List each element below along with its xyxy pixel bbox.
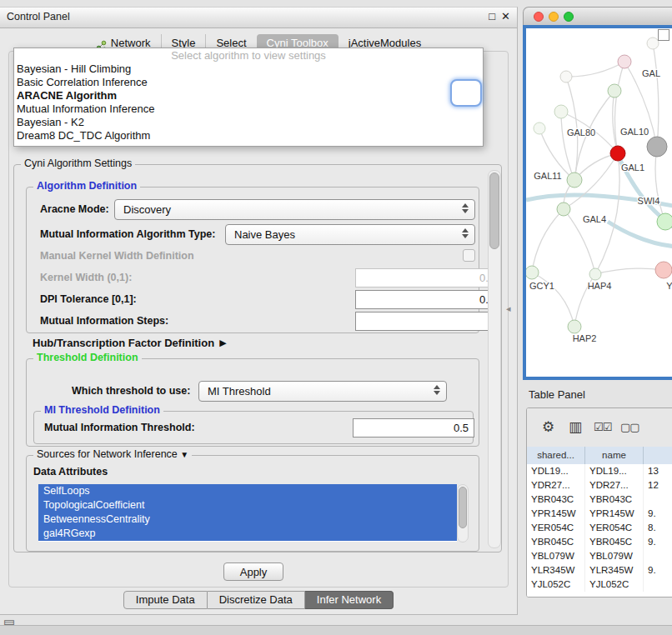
dropdown-item-basic-correlation-inference[interactable]: Basic Correlation Inference	[14, 76, 483, 89]
control-panel-titlebar[interactable]: Control Panel □ ✕	[0, 8, 517, 28]
dropdown-item-aracne-algorithm[interactable]: ARACNE Algorithm	[14, 89, 483, 102]
table-cell: YBR043C	[585, 492, 644, 507]
network-node[interactable]	[567, 172, 582, 188]
attributes-list-scrollbar[interactable]	[457, 484, 469, 542]
table-row[interactable]: YPR145WYPR145W9.	[527, 507, 672, 521]
dropdown-item-mutual-information-inference[interactable]: Mutual Information Inference	[14, 102, 483, 116]
scrollbar-thumb[interactable]	[459, 487, 467, 528]
table-header-row: shared...name	[527, 447, 672, 465]
table-row[interactable]: YLR345WYLR345W9.	[527, 563, 672, 578]
sources-title-text: Sources for Network Inference	[37, 448, 178, 460]
table-cell	[644, 549, 672, 563]
network-edge[interactable]	[566, 62, 624, 77]
expanded-arrow-icon[interactable]: ▼	[180, 450, 188, 459]
algorithm-combobox-button[interactable]	[450, 79, 482, 107]
table-row[interactable]: YER054CYER054C8.	[527, 521, 672, 535]
network-node[interactable]	[647, 137, 667, 157]
birdseye-toggle[interactable]	[658, 29, 669, 41]
which-threshold-select[interactable]: MI Threshold	[198, 381, 447, 402]
table-body[interactable]: YDL19...YDL19...13YDR27...YDR27...12YBR0…	[527, 464, 672, 597]
column-header-shared[interactable]: shared...	[527, 447, 585, 464]
network-edge[interactable]	[614, 62, 624, 153]
network-node[interactable]	[589, 268, 601, 280]
scrollbar-thumb[interactable]	[489, 172, 499, 249]
hub-definition-expander[interactable]: Hub/Transcription Factor Definition ▶	[33, 337, 227, 349]
attribute-item-topologicalcoefficient[interactable]: TopologicalCoefficient	[38, 498, 457, 512]
table-row[interactable]: YDR27...YDR27...12	[527, 478, 672, 492]
sources-group-title: Sources for Network Inference ▼	[33, 448, 192, 460]
which-threshold-value: MI Threshold	[208, 385, 271, 398]
dropdown-item-bayesian-k2[interactable]: Bayesian - K2	[14, 116, 483, 129]
node-label: SWI4	[638, 196, 660, 206]
network-node[interactable]	[568, 320, 581, 333]
network-node[interactable]	[557, 202, 570, 216]
dropdown-item-bayesian-hill-climbing[interactable]: Bayesian - Hill Climbing	[14, 62, 483, 76]
cyni-bottom-tabs: Impute DataDiscretize DataInfer Network	[0, 591, 517, 609]
float-panel-button[interactable]: □	[489, 10, 495, 22]
network-node[interactable]	[554, 105, 568, 118]
kernel-width-field[interactable]: 0.0	[355, 268, 500, 288]
minimize-traffic-light-icon[interactable]	[549, 12, 559, 22]
columns-icon[interactable]: ▥	[569, 418, 581, 436]
table-cell	[644, 578, 672, 592]
bottom-tab-impute-data[interactable]: Impute Data	[123, 591, 208, 609]
gear-icon[interactable]: ⚙	[542, 418, 554, 436]
network-window-titlebar[interactable]	[523, 7, 672, 25]
select-unchecked-icon[interactable]: ▢▢	[620, 421, 639, 433]
network-edge[interactable]	[532, 209, 564, 272]
dropdown-item-dream8-dc-tdc-algorithm[interactable]: Dream8 DC_TDC Algorithm	[14, 129, 483, 142]
network-node[interactable]	[610, 146, 625, 161]
close-traffic-light-icon[interactable]	[534, 12, 544, 22]
table-panel-title: Table Panel	[529, 388, 585, 401]
network-node[interactable]	[657, 213, 672, 230]
bottom-tab-discretize-data[interactable]: Discretize Data	[208, 591, 305, 609]
attribute-item-betweennesscentrality[interactable]: BetweennessCentrality	[38, 512, 457, 527]
network-node[interactable]	[618, 55, 631, 68]
mi-steps-field[interactable]: 6	[355, 312, 500, 331]
network-canvas[interactable]: GALGAL80GAL10GAL1GAL11SWI4GAL4GCY1HAP4YH…	[523, 25, 672, 380]
settings-scrollbar[interactable]	[488, 170, 501, 548]
network-node[interactable]	[560, 71, 572, 82]
network-node[interactable]	[526, 266, 539, 279]
table-cell: YPR145W	[527, 507, 585, 521]
table-cell: YLR345W	[585, 563, 644, 578]
network-node[interactable]	[608, 84, 621, 98]
column-header-cut[interactable]	[644, 447, 672, 464]
manual-kernel-width-checkbox[interactable]	[463, 249, 475, 262]
algorithm-definition-title: Algorithm Definition	[33, 180, 140, 192]
mi-algorithm-type-select[interactable]: Naive Bayes	[225, 224, 475, 245]
network-node[interactable]	[655, 262, 672, 278]
network-node[interactable]	[534, 122, 545, 134]
aracne-mode-select[interactable]: Discovery	[114, 199, 475, 220]
table-row[interactable]: YJL052CYJL052C	[527, 578, 672, 592]
table-cell: YBR045C	[585, 535, 644, 549]
network-graph[interactable]: GALGAL80GAL10GAL1GAL11SWI4GAL4GCY1HAP4YH…	[526, 28, 672, 377]
dpi-tolerance-field[interactable]: 0.0	[355, 290, 500, 309]
table-row[interactable]: YBR043CYBR043C	[527, 492, 672, 507]
apply-button[interactable]: Apply	[223, 562, 283, 581]
threshold-definition-group: Threshold Definition Which threshold to …	[26, 358, 479, 447]
bottom-tab-infer-network[interactable]: Infer Network	[305, 591, 394, 609]
panel-splitter-handle[interactable]: ◂	[506, 303, 511, 314]
node-label: GAL10	[620, 127, 649, 137]
column-header-name[interactable]: name	[585, 447, 644, 464]
data-attributes-list[interactable]: SelfLoopsTopologicalCoefficientBetweenne…	[38, 484, 457, 542]
select-checked-icon[interactable]: ☑☑	[594, 421, 611, 433]
network-node[interactable]	[647, 38, 659, 49]
attribute-item-selfloops[interactable]: SelfLoops	[38, 484, 457, 498]
table-row[interactable]: YBR045CYBR045C9.	[527, 535, 672, 549]
table-row[interactable]: YBL079WYBL079W	[527, 549, 672, 563]
close-panel-button[interactable]: ✕	[501, 10, 510, 22]
table-cell: 9.	[644, 535, 672, 549]
table-row[interactable]: YDL19...YDL19...13	[527, 464, 672, 478]
network-edge[interactable]	[595, 268, 664, 274]
zoom-traffic-light-icon[interactable]	[564, 12, 574, 22]
node-label: GAL80	[567, 128, 595, 138]
table-cell: YDR27...	[527, 478, 585, 492]
table-cell: 9.	[644, 507, 672, 521]
mi-threshold-field[interactable]: 0.5	[353, 418, 474, 438]
attribute-item-gal4rgexp[interactable]: gal4RGexp	[38, 527, 457, 541]
table-cell: YER054C	[585, 521, 644, 535]
network-edge[interactable]	[561, 112, 574, 180]
mi-algorithm-type-label: Mutual Information Algorithm Type:	[40, 228, 215, 240]
